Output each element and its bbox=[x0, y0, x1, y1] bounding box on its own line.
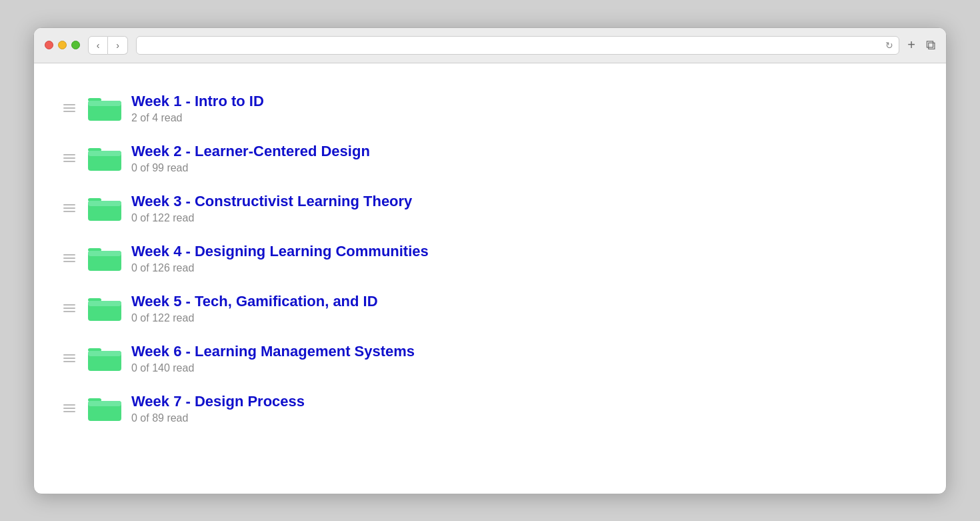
browser-content: Week 1 - Intro to ID 2 of 4 read bbox=[34, 63, 946, 460]
week-info: Week 2 - Learner-Centered Design 0 of 99… bbox=[131, 143, 370, 174]
list-item[interactable]: Week 3 - Constructivist Learning Theory … bbox=[61, 183, 919, 233]
folder-icon bbox=[87, 144, 122, 172]
week-title[interactable]: Week 6 - Learning Management Systems bbox=[131, 343, 415, 360]
week-subtitle: 2 of 4 read bbox=[131, 112, 264, 124]
maximize-button[interactable] bbox=[71, 41, 80, 49]
svg-rect-17 bbox=[88, 351, 121, 356]
minimize-button[interactable] bbox=[58, 41, 67, 49]
list-item[interactable]: Week 4 - Designing Learning Communities … bbox=[61, 233, 919, 284]
week-title[interactable]: Week 5 - Tech, Gamification, and ID bbox=[131, 293, 378, 310]
folder-icon bbox=[87, 194, 122, 222]
week-title[interactable]: Week 2 - Learner-Centered Design bbox=[131, 143, 370, 160]
browser-actions: + ⧉ bbox=[907, 37, 935, 53]
svg-rect-2 bbox=[88, 101, 121, 106]
folder-icon bbox=[87, 294, 122, 322]
week-subtitle: 0 of 126 read bbox=[131, 262, 429, 274]
week-info: Week 6 - Learning Management Systems 0 o… bbox=[131, 343, 415, 374]
week-subtitle: 0 of 89 read bbox=[131, 412, 305, 424]
svg-rect-8 bbox=[88, 201, 121, 206]
folder-icon bbox=[87, 344, 122, 372]
list-item[interactable]: Week 2 - Learner-Centered Design 0 of 99… bbox=[61, 133, 919, 183]
week-subtitle: 0 of 99 read bbox=[131, 162, 370, 174]
drag-handle[interactable] bbox=[61, 151, 78, 165]
duplicate-button[interactable]: ⧉ bbox=[926, 37, 935, 53]
week-info: Week 4 - Designing Learning Communities … bbox=[131, 243, 429, 274]
folder-icon bbox=[87, 94, 122, 122]
back-button[interactable]: ‹ bbox=[88, 36, 108, 55]
week-subtitle: 0 of 140 read bbox=[131, 362, 415, 374]
list-item[interactable]: Week 1 - Intro to ID 2 of 4 read bbox=[61, 83, 919, 133]
browser-window: ‹ › ↻ + ⧉ bbox=[33, 27, 947, 494]
week-title[interactable]: Week 1 - Intro to ID bbox=[131, 93, 264, 110]
nav-buttons: ‹ › bbox=[88, 36, 128, 55]
week-title[interactable]: Week 3 - Constructivist Learning Theory bbox=[131, 193, 412, 210]
week-list: Week 1 - Intro to ID 2 of 4 read bbox=[61, 83, 919, 434]
address-bar[interactable]: ↻ bbox=[136, 36, 899, 55]
close-button[interactable] bbox=[45, 41, 53, 49]
list-item[interactable]: Week 6 - Learning Management Systems 0 o… bbox=[61, 334, 919, 384]
drag-handle[interactable] bbox=[61, 101, 78, 115]
folder-icon bbox=[87, 394, 122, 422]
new-tab-button[interactable]: + bbox=[907, 37, 915, 53]
svg-rect-5 bbox=[88, 151, 121, 156]
svg-rect-11 bbox=[88, 251, 121, 256]
list-item[interactable]: Week 5 - Tech, Gamification, and ID 0 of… bbox=[61, 284, 919, 334]
drag-handle[interactable] bbox=[61, 251, 78, 265]
week-info: Week 1 - Intro to ID 2 of 4 read bbox=[131, 93, 264, 124]
traffic-lights bbox=[45, 41, 80, 49]
folder-icon bbox=[87, 244, 122, 272]
forward-button[interactable]: › bbox=[108, 36, 128, 55]
week-subtitle: 0 of 122 read bbox=[131, 312, 378, 324]
reload-icon[interactable]: ↻ bbox=[885, 40, 893, 51]
week-title[interactable]: Week 4 - Designing Learning Communities bbox=[131, 243, 429, 260]
week-subtitle: 0 of 122 read bbox=[131, 212, 412, 224]
svg-rect-14 bbox=[88, 301, 121, 306]
week-info: Week 5 - Tech, Gamification, and ID 0 of… bbox=[131, 293, 378, 324]
drag-handle[interactable] bbox=[61, 302, 78, 315]
week-info: Week 7 - Design Process 0 of 89 read bbox=[131, 393, 305, 424]
list-item[interactable]: Week 7 - Design Process 0 of 89 read bbox=[61, 384, 919, 434]
browser-chrome: ‹ › ↻ + ⧉ bbox=[34, 28, 946, 63]
svg-rect-20 bbox=[88, 401, 121, 406]
week-info: Week 3 - Constructivist Learning Theory … bbox=[131, 193, 412, 224]
drag-handle[interactable] bbox=[61, 402, 78, 415]
drag-handle[interactable] bbox=[61, 201, 78, 215]
week-title[interactable]: Week 7 - Design Process bbox=[131, 393, 305, 410]
drag-handle[interactable] bbox=[61, 352, 78, 365]
